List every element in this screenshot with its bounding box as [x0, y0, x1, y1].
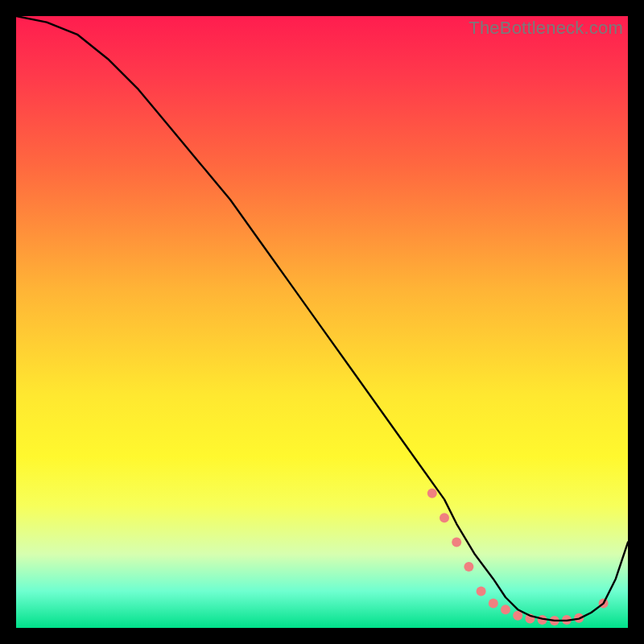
- marker-dot: [513, 611, 522, 621]
- marker-dot: [574, 613, 584, 623]
- marker-dot: [452, 538, 461, 547]
- chart-plot-area: TheBottleneck.com: [16, 16, 628, 628]
- marker-dot: [427, 489, 437, 498]
- marker-dot: [538, 615, 547, 625]
- marker-dot: [562, 615, 572, 625]
- watermark-text: TheBottleneck.com: [469, 18, 623, 39]
- marker-dot: [489, 599, 498, 609]
- marker-dot: [550, 616, 559, 625]
- chart-frame: TheBottleneck.com: [0, 0, 644, 644]
- markers-group: [427, 489, 609, 625]
- marker-dot: [599, 599, 609, 609]
- marker-dot: [440, 513, 449, 522]
- marker-dot: [477, 586, 486, 596]
- marker-dot: [501, 605, 510, 614]
- chart-svg: [16, 16, 628, 628]
- bottleneck-curve: [16, 16, 628, 621]
- marker-dot: [525, 614, 535, 624]
- marker-dot: [464, 562, 473, 572]
